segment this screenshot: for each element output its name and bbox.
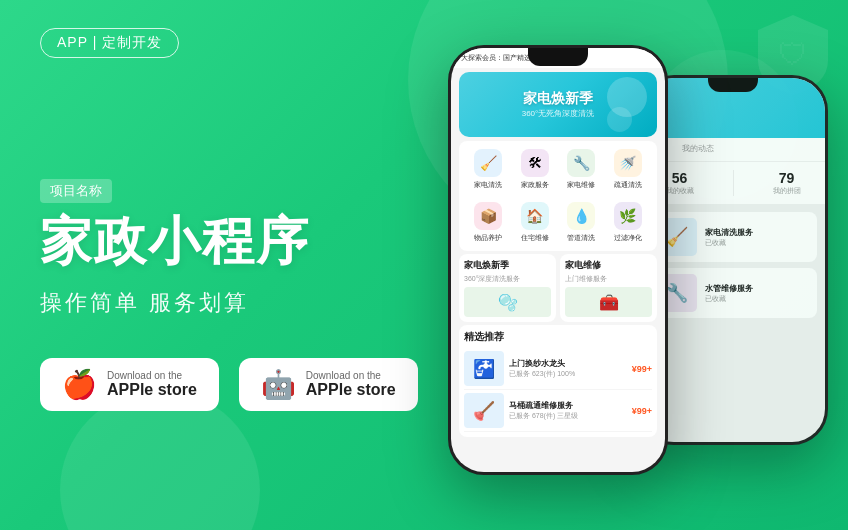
phone2-tabs: 收藏 我的动态 <box>641 138 825 161</box>
icon-item-7[interactable]: 💧 管道清洗 <box>560 198 603 247</box>
product-img-1: 🚰 <box>464 351 504 386</box>
product-item-2[interactable]: 🪠 马桶疏通维修服务 已服务 678(件) 三星级 ¥99+ <box>464 390 652 432</box>
icon-weixiu: 🔧 <box>567 149 595 177</box>
promo-img-2: 🧰 <box>565 287 652 317</box>
icon-grid: 🧹 家电清洗 🛠 家政服务 🔧 家电维修 🚿 疏通清洗 📦 物品养 <box>459 141 657 251</box>
product-item-1[interactable]: 🚰 上门换纱水龙头 已服务 623(件) 100% ¥99+ <box>464 348 652 390</box>
phone2-stats: 56 我的收藏 79 我的拼团 <box>641 162 825 204</box>
stat-item-2: 79 我的拼团 <box>773 170 801 196</box>
project-label: 项目名称 <box>40 179 112 203</box>
promo-card-2[interactable]: 家电维修 上门维修服务 🧰 <box>560 254 657 322</box>
banner-subtitle: 360°无死角深度清洗 <box>522 108 595 119</box>
banner-title: 家电焕新季 <box>522 90 595 108</box>
icon-item-8[interactable]: 🌿 过滤净化 <box>607 198 650 247</box>
subtitle: 操作简单 服务划算 <box>40 288 420 318</box>
featured-section: 精选推荐 🚰 上门换纱水龙头 已服务 623(件) 100% ¥99+ 🪠 马桶… <box>459 325 657 437</box>
android-icon: 🤖 <box>261 371 296 399</box>
stat-divider <box>733 170 734 196</box>
icon-item-2[interactable]: 🛠 家政服务 <box>514 145 557 194</box>
icon-item-3[interactable]: 🔧 家电维修 <box>560 145 603 194</box>
right-panel: 大探索会员：国产精选 家电焕新季 360°无死角深度清洗 🧹 家电清洗 <box>368 0 848 530</box>
download-buttons: 🍎 Download on the APPle store 🤖 Download… <box>40 358 420 411</box>
icon-jiazhen: 🛠 <box>521 149 549 177</box>
main-title: 家政小程序 <box>40 213 420 270</box>
icon-item-1[interactable]: 🧹 家电清洗 <box>467 145 510 194</box>
icon-guandao: 💧 <box>567 202 595 230</box>
phone-notch <box>528 48 588 66</box>
icon-guolv: 🌿 <box>614 202 642 230</box>
product-img-2: 🪠 <box>464 393 504 428</box>
promo-img-1: 🫧 <box>464 287 551 317</box>
phone-notch-2 <box>708 78 758 92</box>
ios-btn-text: Download on the APPle store <box>107 370 197 399</box>
phone-screen-secondary: 录 收藏 我的动态 56 我的收藏 79 我的拼团 <box>641 78 825 442</box>
product-info-2: 马桶疏通维修服务 已服务 678(件) 三星级 <box>509 400 627 421</box>
icon-item-4[interactable]: 🚿 疏通清洗 <box>607 145 650 194</box>
phone-screen-main: 大探索会员：国产精选 家电焕新季 360°无死角深度清洗 🧹 家电清洗 <box>451 48 665 472</box>
icon-jiadian: 🧹 <box>474 149 502 177</box>
status-text: 大探索会员：国产精选 <box>461 53 531 63</box>
left-panel: 项目名称 家政小程序 操作简单 服务划算 🍎 Download on the A… <box>40 0 420 530</box>
icon-item-5[interactable]: 📦 物品养护 <box>467 198 510 247</box>
promo-card-1[interactable]: 家电焕新季 360°深度清洗服务 🫧 <box>459 254 556 322</box>
promo-section: 家电焕新季 360°深度清洗服务 🫧 家电维修 上门维修服务 🧰 <box>459 254 657 322</box>
product-info-1: 上门换纱水龙头 已服务 623(件) 100% <box>509 358 627 379</box>
apple-icon: 🍎 <box>62 371 97 399</box>
phone2-content: 🧹 家电清洗服务 已收藏 🔧 水管维修服务 已收藏 <box>641 204 825 326</box>
banner: 家电焕新季 360°无死角深度清洗 <box>459 72 657 137</box>
phone2-item-2[interactable]: 🔧 水管维修服务 已收藏 <box>649 268 817 318</box>
icon-item-6[interactable]: 🏠 住宅维修 <box>514 198 557 247</box>
stat-item-1: 56 我的收藏 <box>666 170 694 196</box>
icon-zhuzhai: 🏠 <box>521 202 549 230</box>
phone-main: 大探索会员：国产精选 家电焕新季 360°无死角深度清洗 🧹 家电清洗 <box>448 45 668 475</box>
ios-download-button[interactable]: 🍎 Download on the APPle store <box>40 358 219 411</box>
tab-dongtai[interactable]: 我的动态 <box>682 143 714 156</box>
phone2-item-1[interactable]: 🧹 家电清洗服务 已收藏 <box>649 212 817 262</box>
icon-shutong: 🚿 <box>614 149 642 177</box>
icon-yanghu: 📦 <box>474 202 502 230</box>
